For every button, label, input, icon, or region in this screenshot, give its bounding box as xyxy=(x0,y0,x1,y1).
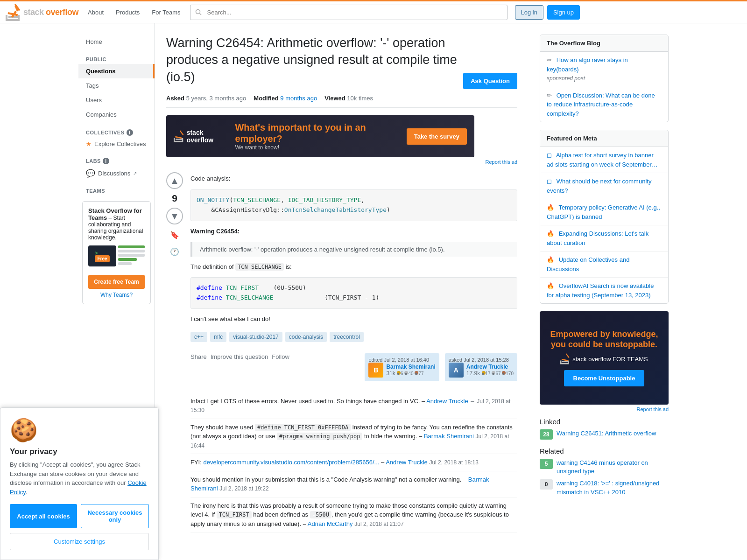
auth-buttons: Log in Sign up xyxy=(515,5,580,20)
overflow-blog-widget: The Overflow Blog ✏ How an algo raver st… xyxy=(540,35,669,122)
editor-name[interactable]: Barmak Shemirani xyxy=(386,364,435,370)
question-body: ▲ 9 ▼ 🔖 🕐 Code analysis: ON_NOTIFY(TCN_S… xyxy=(166,170,517,532)
sidebar-home[interactable]: Home xyxy=(78,35,155,49)
linked-title: Linked xyxy=(540,418,669,426)
ad-banner: stack overflow What's important to you i… xyxy=(166,115,474,157)
featured-meta-widget: Featured on Meta ◻ Alpha test for short … xyxy=(540,130,669,304)
necessary-cookies-button[interactable]: Necessary cookies only xyxy=(81,504,149,528)
vote-count: 9 xyxy=(172,193,177,204)
comment-inline-1: #define TCN_FIRST 0xFFFFDDA xyxy=(255,424,351,431)
comment-inline-5b: -550U xyxy=(310,511,331,518)
bookmark-button[interactable]: 🔖 xyxy=(168,228,181,241)
editor-card: edited Jul 2, 2018 at 16:40 B Barmak She… xyxy=(365,353,439,381)
improve-link[interactable]: Improve this question xyxy=(211,353,268,360)
nav-products[interactable]: Products xyxy=(110,5,145,20)
closing-text: I can't see what else I can do! xyxy=(190,315,517,324)
meta-icon-3: 🔥 xyxy=(547,204,554,211)
meta-item-6: 🔥 OverflowAI Search is now available for… xyxy=(540,278,668,303)
meta-link-2[interactable]: What should be next for community events… xyxy=(547,178,651,194)
comment-author-1[interactable]: Andrew Truckle xyxy=(426,398,468,405)
accept-all-cookies-button[interactable]: Accept all cookies xyxy=(10,504,77,528)
main-nav: About Products For Teams xyxy=(82,5,186,20)
tag-cpp[interactable]: c++ xyxy=(190,332,207,342)
site-logo[interactable]: stack overflow xyxy=(6,4,78,21)
nav-about[interactable]: About xyxy=(82,5,109,20)
discussion-icon: 💬 xyxy=(86,169,95,178)
asker-avatar: A xyxy=(449,363,464,378)
code-block-1: ON_NOTIFY(TCN_SELCHANGE, IDC_TAB_HISTORY… xyxy=(190,189,517,221)
related-title: Related xyxy=(540,447,669,455)
ad-banner-container: stack overflow What's important to you i… xyxy=(166,115,517,165)
edited-label: edited Jul 2, 2018 at 16:40 xyxy=(368,357,435,363)
ad-report-link[interactable]: Report this ad xyxy=(166,159,517,165)
related-link-2[interactable]: warning C4018: '>=' : signed/unsigned mi… xyxy=(557,479,669,496)
history-button[interactable]: 🕐 xyxy=(168,245,181,258)
tag-vs2017[interactable]: visual-studio-2017 xyxy=(229,332,282,342)
tag-code-analysis[interactable]: code-analysis xyxy=(285,332,327,342)
cookie-icon: 🍪 xyxy=(10,417,149,443)
meta-link-6[interactable]: OverflowAI Search is now available for a… xyxy=(547,282,654,299)
sidebar-users[interactable]: Users xyxy=(78,93,155,107)
ad-banner-text: What's important to you in an employer? xyxy=(235,122,399,144)
sidebar-report-ad[interactable]: Report this ad xyxy=(540,405,669,414)
meta-icon-6: 🔥 xyxy=(547,282,554,289)
why-teams-link[interactable]: Why Teams? xyxy=(88,292,145,298)
teams-box-title: Stack Overflow for Teams – Start collabo… xyxy=(88,207,145,241)
comment-author-2[interactable]: Barmak Shemirani xyxy=(424,433,474,440)
collectives-info-icon[interactable]: i xyxy=(127,129,133,136)
asker-card: asked Jul 2, 2018 at 15:28 A Andrew Truc… xyxy=(445,353,517,381)
sidebar-discussions[interactable]: 💬 Discussions ↗ xyxy=(78,166,155,181)
question-meta: Asked 5 years, 3 months ago Modified 9 m… xyxy=(166,95,517,108)
login-button[interactable]: Log in xyxy=(515,5,543,20)
sidebar-explore-collectives[interactable]: ★ Explore Collectives xyxy=(78,138,155,150)
tag-mfc[interactable]: mfc xyxy=(210,332,226,342)
vote-up-button[interactable]: ▲ xyxy=(166,172,183,189)
meta-link-5[interactable]: Update on Collectives and Discussions xyxy=(547,256,629,273)
pencil-icon-2: ✏ xyxy=(547,92,552,99)
sidebar-companies[interactable]: Companies xyxy=(78,107,155,122)
become-unstoppable-button[interactable]: Become Unstoppable xyxy=(564,370,645,386)
sidebar-tags[interactable]: Tags xyxy=(78,78,155,93)
follow-link[interactable]: Follow xyxy=(272,353,289,360)
right-sidebar: The Overflow Blog ✏ How an algo raver st… xyxy=(529,23,669,544)
ask-question-button[interactable]: Ask Question xyxy=(463,73,517,89)
meta-link-1[interactable]: Alpha test for short survey in banner ad… xyxy=(547,152,658,168)
code-block-2: #define TCN_FIRST (0U-550U) #define TCN_… xyxy=(190,277,517,309)
blog-sponsored-1: sponsored post xyxy=(547,75,585,82)
comments-section: Infact I get LOTS of these errors. Never… xyxy=(190,389,517,533)
external-link-icon: ↗ xyxy=(133,171,137,176)
sidebar-questions[interactable]: Questions xyxy=(78,64,155,78)
meta-icon-1: ◻ xyxy=(547,152,552,159)
customize-settings-button[interactable]: Customize settings xyxy=(10,533,149,544)
logo-icon xyxy=(6,4,21,21)
linked-count-1: 28 xyxy=(540,429,553,440)
search-input[interactable] xyxy=(190,5,507,20)
comment-link-3[interactable]: developercommunity.visualstudio.com/cont… xyxy=(203,459,379,466)
meta-link-4[interactable]: Expanding Discussions: Let's talk about … xyxy=(547,230,648,246)
blog-link-1[interactable]: How an algo raver stays in key(boards) xyxy=(547,56,628,73)
logo-text: stack overflow xyxy=(23,7,78,17)
signup-button[interactable]: Sign up xyxy=(547,5,580,20)
inline-code-1: TCN_SELCHANGE xyxy=(235,263,284,271)
tag-treecontrol[interactable]: treecontrol xyxy=(330,332,364,342)
create-team-button[interactable]: Create free Team xyxy=(88,275,145,289)
linked-link-1[interactable]: Warning C26451: Arithmetic overflow xyxy=(557,429,656,438)
comment-author-3[interactable]: Andrew Truckle xyxy=(386,459,428,466)
meta-link-3[interactable]: Temporary policy: Generative AI (e.g., C… xyxy=(547,204,660,220)
nav-for-teams[interactable]: For Teams xyxy=(146,5,186,20)
related-link-1[interactable]: warning C4146 minus operator on unsigned… xyxy=(557,459,669,476)
question-title: Warning C26454: Arithmetic overflow: '-'… xyxy=(166,35,463,85)
top-navigation: stack overflow About Products For Teams … xyxy=(0,0,747,23)
meta-item-3: 🔥 Temporary policy: Generative AI (e.g.,… xyxy=(540,199,668,225)
share-link[interactable]: Share xyxy=(190,353,207,360)
comment-author-5[interactable]: Adrian McCarthy xyxy=(308,520,353,527)
ad-take-survey-button[interactable]: Take the survey xyxy=(407,128,467,145)
question-content: Code analysis: ON_NOTIFY(TCN_SELCHANGE, … xyxy=(190,170,517,532)
vote-down-button[interactable]: ▼ xyxy=(166,208,183,224)
asker-name[interactable]: Andrew Truckle xyxy=(466,364,514,370)
overflow-blog-header: The Overflow Blog xyxy=(540,35,668,52)
blog-link-2[interactable]: Open Discussion: What can be done to red… xyxy=(547,92,655,117)
sidebar-teams-section: TEAMS xyxy=(78,181,155,196)
blog-item-1: ✏ How an algo raver stays in key(boards)… xyxy=(540,52,668,87)
labs-info-icon[interactable]: i xyxy=(103,158,109,164)
